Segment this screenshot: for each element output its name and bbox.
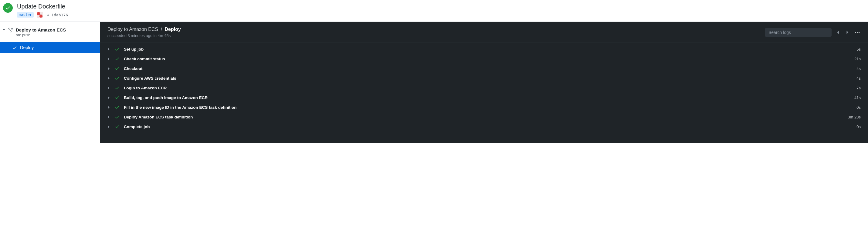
check-icon bbox=[115, 85, 120, 90]
commit-link[interactable]: 1dab176 bbox=[46, 13, 68, 17]
step-name: Fill in the new image ID in the Amazon E… bbox=[124, 105, 857, 110]
step-row[interactable]: Build, tag, and push image to Amazon ECR… bbox=[100, 93, 868, 102]
author-avatar[interactable] bbox=[37, 12, 43, 18]
expand-icon bbox=[107, 67, 111, 70]
step-name: Login to Amazon ECR bbox=[124, 86, 857, 90]
chevron-left-icon bbox=[836, 30, 840, 35]
branch-chip[interactable]: master bbox=[17, 12, 34, 17]
log-panel: Deploy to Amazon ECS / Deploy succeeded … bbox=[100, 22, 868, 143]
svg-point-5 bbox=[859, 32, 860, 33]
kebab-icon bbox=[855, 30, 860, 35]
svg-point-1 bbox=[11, 28, 13, 29]
svg-point-0 bbox=[8, 28, 10, 29]
log-menu-button[interactable] bbox=[854, 29, 861, 36]
run-title[interactable]: Update Dockerfile bbox=[17, 3, 68, 10]
expand-icon bbox=[107, 116, 111, 118]
breadcrumb-workflow[interactable]: Deploy to Amazon ECS bbox=[107, 27, 158, 32]
expand-icon bbox=[107, 96, 111, 99]
step-duration: 0s bbox=[857, 105, 861, 110]
check-icon bbox=[115, 114, 120, 119]
search-logs-input[interactable] bbox=[765, 28, 832, 37]
step-name: Set up job bbox=[124, 47, 857, 51]
sidebar: Deploy to Amazon ECS on: push Deploy bbox=[0, 22, 100, 143]
step-name: Configure AWS credentials bbox=[124, 76, 857, 80]
run-status-line: succeeded 3 minutes ago in 4m 45s bbox=[107, 33, 181, 38]
step-duration: 7s bbox=[857, 86, 861, 90]
expand-icon bbox=[107, 48, 111, 50]
steps-list: Set up job5sCheck commit status21sChecko… bbox=[100, 42, 868, 133]
next-result-button[interactable] bbox=[844, 29, 851, 36]
expand-icon bbox=[107, 126, 111, 128]
check-icon bbox=[115, 124, 120, 129]
expand-icon bbox=[107, 86, 111, 90]
step-row[interactable]: Deploy Amazon ECS task definition3m 23s bbox=[100, 112, 868, 122]
commit-sha: 1dab176 bbox=[51, 13, 68, 17]
check-icon bbox=[115, 105, 120, 110]
check-icon bbox=[12, 45, 17, 50]
svg-point-4 bbox=[857, 32, 858, 33]
sidebar-job-name: Deploy bbox=[20, 45, 34, 50]
commit-icon bbox=[46, 13, 50, 17]
workflow-name: Deploy to Amazon ECS bbox=[16, 27, 66, 32]
step-row[interactable]: Fill in the new image ID in the Amazon E… bbox=[100, 102, 868, 112]
caret-down-icon bbox=[2, 27, 5, 31]
step-name: Checkout bbox=[124, 66, 857, 71]
check-icon bbox=[115, 56, 120, 61]
step-row[interactable]: Login to Amazon ECR7s bbox=[100, 83, 868, 93]
page-header: Update Dockerfile master 1dab176 bbox=[0, 0, 868, 22]
step-row[interactable]: Check commit status21s bbox=[100, 54, 868, 64]
step-name: Deploy Amazon ECS task definition bbox=[124, 115, 848, 119]
step-duration: 0s bbox=[857, 124, 861, 129]
expand-icon bbox=[107, 77, 111, 80]
breadcrumb-job: Deploy bbox=[165, 27, 181, 32]
step-row[interactable]: Configure AWS credentials4s bbox=[100, 73, 868, 83]
step-duration: 4s bbox=[857, 66, 861, 71]
breadcrumb: Deploy to Amazon ECS / Deploy bbox=[107, 27, 181, 32]
svg-point-3 bbox=[855, 32, 857, 33]
prev-result-button[interactable] bbox=[835, 29, 841, 36]
log-panel-header: Deploy to Amazon ECS / Deploy succeeded … bbox=[100, 22, 868, 42]
workflow-icon bbox=[8, 27, 13, 34]
chevron-right-icon bbox=[845, 30, 850, 35]
check-icon bbox=[115, 95, 120, 100]
step-name: Build, tag, and push image to Amazon ECR bbox=[124, 96, 854, 100]
step-row[interactable]: Checkout4s bbox=[100, 64, 868, 73]
expand-icon bbox=[107, 58, 111, 60]
step-duration: 4s bbox=[857, 76, 861, 80]
svg-point-2 bbox=[10, 31, 11, 32]
step-duration: 3m 23s bbox=[848, 115, 861, 119]
check-icon bbox=[5, 5, 11, 11]
step-duration: 41s bbox=[854, 96, 861, 100]
check-icon bbox=[115, 76, 120, 80]
breadcrumb-separator: / bbox=[161, 27, 162, 32]
run-status-icon bbox=[3, 3, 13, 13]
step-name: Complete job bbox=[124, 124, 857, 129]
expand-icon bbox=[107, 106, 111, 109]
step-duration: 5s bbox=[857, 47, 861, 51]
sidebar-job-selected[interactable]: Deploy bbox=[0, 42, 100, 53]
check-icon bbox=[115, 66, 120, 71]
step-name: Check commit status bbox=[124, 57, 854, 61]
workflow-row[interactable]: Deploy to Amazon ECS on: push bbox=[0, 26, 100, 38]
step-duration: 21s bbox=[854, 57, 861, 61]
step-row[interactable]: Set up job5s bbox=[100, 44, 868, 54]
step-row[interactable]: Complete job0s bbox=[100, 122, 868, 132]
check-icon bbox=[115, 47, 120, 51]
workflow-trigger: on: push bbox=[16, 33, 66, 37]
